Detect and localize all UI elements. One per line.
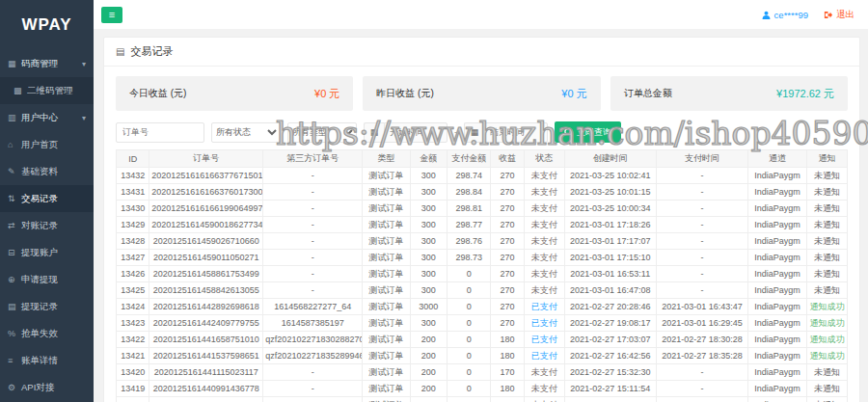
- stat-card-2: 订单总金额¥1972.62 元: [610, 76, 848, 111]
- sidebar-item-order-expire[interactable]: %抢单失效: [0, 320, 94, 347]
- cell-profit: 170: [491, 364, 524, 381]
- order-number-link[interactable]: 2020125161616637601730054: [151, 187, 263, 197]
- qrcode-icon: ▩: [14, 86, 27, 95]
- sidebar-item-api-docking[interactable]: ⚙API对接: [0, 374, 94, 401]
- order-number-link[interactable]: 2020125161441115023117: [154, 367, 258, 377]
- api-icon: ⚙: [8, 383, 21, 392]
- cell-created_at: 2021-02-27 16:42:56: [564, 348, 656, 364]
- sidebar-item-label: 基础资料: [21, 166, 58, 178]
- search-button[interactable]: 立即查询: [555, 121, 621, 143]
- start-date-group: ▦: [364, 122, 448, 143]
- order-number-link[interactable]: 2020125161458842613055: [153, 285, 259, 295]
- sidebar-item-transaction-records[interactable]: ⇅交易记录: [0, 185, 94, 212]
- logout-button[interactable]: 退出: [824, 9, 854, 21]
- topbar: ≡ ce****99 退出: [94, 0, 868, 29]
- cell-paid_at: -: [656, 250, 747, 266]
- percent-icon: %: [8, 329, 21, 338]
- cell-profit: 270: [491, 299, 524, 315]
- cell-paid_at: -: [656, 381, 747, 397]
- cell-profit: 180: [491, 348, 524, 364]
- cell-notify: 未通知: [807, 397, 848, 402]
- cell-channel: IndiaPaygm: [748, 266, 807, 282]
- bill-detail-icon: ≡: [8, 356, 21, 365]
- cell-notify: 通知成功: [807, 332, 848, 348]
- sidebar-item-user-home[interactable]: ⌂用户首页: [0, 131, 94, 158]
- column-header: 支付时间: [656, 150, 747, 168]
- cell-type: 测试订单: [363, 332, 411, 348]
- order-number-link[interactable]: 2020125161441658751010: [153, 335, 259, 344]
- table-row: 134252020125161458842613055-测试订单3000270未…: [117, 282, 848, 299]
- sidebar-item-withdraw-account[interactable]: ⊟提现账户: [0, 239, 94, 266]
- sidebar-item-basic-profile[interactable]: ✎基础资料: [0, 158, 94, 185]
- logout-label: 退出: [836, 9, 854, 21]
- order-number-input[interactable]: [116, 122, 204, 143]
- cell-channel: IndiaPaygm: [748, 348, 807, 364]
- cell-id: 13430: [117, 201, 149, 217]
- start-time-input[interactable]: [384, 122, 448, 143]
- menu-toggle-button[interactable]: ≡: [101, 7, 122, 23]
- order-number-link[interactable]: 20201251614590018627734: [151, 220, 262, 229]
- user-center-icon: ▥: [8, 113, 21, 122]
- calendar-icon[interactable]: ▦: [364, 122, 384, 143]
- cell-status: 未支付: [524, 250, 564, 266]
- order-number-link[interactable]: 2020125161616619906499712: [151, 203, 263, 213]
- order-number-link[interactable]: 2020125161442892698618: [153, 302, 259, 311]
- type-select[interactable]: 所有类型: [287, 122, 357, 143]
- cell-amount: 3000: [410, 299, 447, 315]
- hamburger-icon: ≡: [109, 9, 115, 20]
- cell-type: 测试订单: [363, 184, 411, 201]
- table-row: 1342320201251614424097797551614587385197…: [117, 315, 848, 332]
- sidebar-item-merchant-management[interactable]: ▦码商管理▾: [0, 50, 94, 77]
- cell-type: 测试订单: [363, 315, 411, 332]
- order-number-link[interactable]: 2020125161459011050271: [153, 253, 258, 262]
- stat-card-0: 今日收益 (元)¥0 元: [116, 76, 353, 111]
- cell-notify: 未通知: [807, 184, 848, 201]
- cell-channel: IndiaPaygm: [748, 299, 807, 315]
- end-time-input[interactable]: [484, 122, 548, 143]
- cell-status: 已支付: [524, 332, 564, 348]
- cell-type: 测试订单: [363, 282, 411, 299]
- cell-amount: 300: [410, 184, 447, 201]
- cell-type: 测试订单: [363, 266, 411, 282]
- sidebar-item-withdraw-records[interactable]: ▤提现记录: [0, 293, 94, 320]
- user-menu[interactable]: ce****99: [762, 10, 808, 20]
- order-number-link[interactable]: 2020125161441537598651: [153, 351, 259, 361]
- cell-amount: 300: [410, 266, 447, 282]
- cell-channel: IndiaPaygm: [748, 217, 807, 233]
- end-date-group: ▦: [464, 122, 548, 143]
- cell-amount: 200: [410, 332, 447, 348]
- table-row: 134322020125161616637767150118-测试订单30029…: [117, 168, 848, 184]
- cell-order_no: 2020125161442892698618: [149, 299, 263, 315]
- cell-profit: 270: [491, 233, 524, 250]
- cell-order_no: 2020125161458842613055: [149, 282, 263, 299]
- sidebar-nav: ▦码商管理▾▩二维码管理▥用户中心▾⌂用户首页✎基础资料⇅交易记录⇄对账记录⊟提…: [0, 50, 94, 402]
- column-header: ID: [117, 150, 149, 168]
- cell-type: 测试订单: [363, 233, 411, 250]
- column-header: 金额: [410, 150, 447, 168]
- order-number-link[interactable]: 2020125161616637767150118: [151, 171, 263, 180]
- status-select[interactable]: 所有状态: [211, 122, 281, 143]
- cell-created_at: 2021-03-01 16:47:08: [564, 282, 656, 299]
- chevron-down-icon: ▾: [82, 114, 86, 122]
- sidebar-item-apply-withdraw[interactable]: ⊕申请提现: [0, 266, 94, 293]
- calendar-icon[interactable]: ▦: [464, 122, 484, 143]
- sidebar-item-user-center[interactable]: ▥用户中心▾: [0, 104, 94, 131]
- order-number-link[interactable]: 2020125161459026710660: [153, 236, 259, 246]
- order-number-link[interactable]: 2020125161458861753499: [153, 269, 259, 279]
- table-row: 134312020125161616637601730054-测试订单30029…: [117, 184, 848, 201]
- cell-profit: 180: [491, 381, 524, 397]
- order-number-link[interactable]: 2020125161442409779755: [153, 318, 259, 328]
- cell-order_no: 2020125161441537598651: [149, 348, 263, 364]
- cell-order_no: 2020125161441115023117: [149, 364, 263, 381]
- sidebar-item-label: 抢单失效: [21, 328, 58, 340]
- sidebar-item-qrcode-management[interactable]: ▩二维码管理: [0, 77, 94, 104]
- sidebar-item-bill-detail[interactable]: ≡账单详情: [0, 347, 94, 374]
- cell-created_at: 2021-02-27 15:32:30: [564, 364, 656, 381]
- search-icon: [564, 128, 573, 137]
- stats-row: 今日收益 (元)¥0 元昨日收益 (元)¥0 元订单总金额¥1972.62 元: [104, 67, 859, 113]
- table-row: 134192020125161440991436778-测试订单2000180未…: [117, 381, 848, 397]
- order-number-link[interactable]: 2020125161440991436778: [153, 384, 259, 393]
- cell-channel: IndiaPaygm: [748, 168, 807, 184]
- table-row: 134212020125161441537598651qzf2021022718…: [117, 348, 848, 364]
- sidebar-item-reconcile-records[interactable]: ⇄对账记录: [0, 212, 94, 239]
